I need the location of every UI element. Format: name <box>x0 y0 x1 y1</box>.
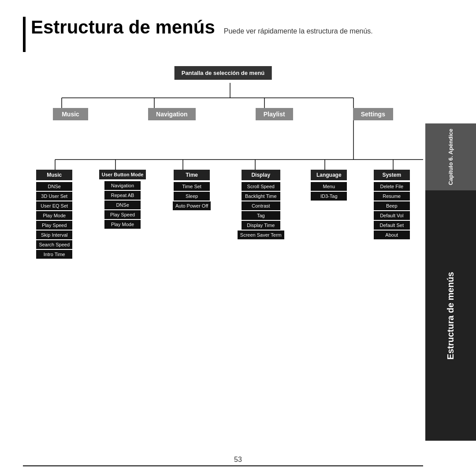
col-ubm: User Button Mode Navigation Repeat AB DN… <box>99 170 146 259</box>
level1-row: Music Navigation Playlist Settings <box>23 108 423 120</box>
col-time-header: Time <box>174 170 210 180</box>
level1-navigation-col: Navigation <box>148 108 196 120</box>
col-music-item-1: 3D User Set <box>36 192 72 201</box>
col-system-header: System <box>374 170 410 180</box>
col-music-item-6: Search Speed <box>36 240 72 249</box>
col-ubm-item-0: Navigation <box>104 181 141 190</box>
col-display-item-5: Screen Saver Term <box>238 231 284 239</box>
col-time-item-1: Sleep <box>174 192 210 201</box>
col-ubm-header: User Button Mode <box>99 170 146 179</box>
col-system-item-0: Delete File <box>374 182 410 191</box>
col-system-item-1: Resume <box>374 192 410 201</box>
col-system-item-4: Default Set <box>374 221 410 230</box>
right-sidebar: Capítulo 6. Apéndice Estructura de menús <box>425 123 476 441</box>
col-music-item-7: Intro Time <box>36 250 72 259</box>
level1-settings: Settings <box>353 108 393 120</box>
page-number: 53 <box>234 456 242 464</box>
col-language-header: Language <box>311 170 347 180</box>
col-music: Music DNSe 3D User Set User EQ Set Play … <box>36 170 72 259</box>
col-display-item-1: Backlight Time <box>242 192 280 201</box>
col-display-item-0: Scroll Speed <box>242 182 280 191</box>
col-display-item-4: Display Time <box>242 221 280 230</box>
sidebar-tab-chapter: Capítulo 6. Apéndice <box>425 123 476 190</box>
page-title: Estructura de menús <box>31 17 215 38</box>
col-system: System Delete File Resume Beep Default V… <box>374 170 410 259</box>
page-number-line <box>23 465 423 466</box>
col-display-item-3: Tag <box>242 211 280 220</box>
col-music-item-2: User EQ Set <box>36 201 72 210</box>
col-music-item-5: Skip Interval <box>36 231 72 239</box>
level1-music-col: Music <box>53 108 88 120</box>
level1-playlist-col: Playlist <box>256 108 293 120</box>
tree-diagram: Pantalla de selección de menú Music Navi… <box>23 66 423 450</box>
level1-music: Music <box>53 108 88 120</box>
col-ubm-item-1: Repeat AB <box>104 191 141 200</box>
level1-playlist: Playlist <box>256 108 293 120</box>
root-node: Pantalla de selección de menú <box>175 66 272 80</box>
col-music-item-4: Play Speed <box>36 221 72 230</box>
sidebar-tab-title: Estructura de menús <box>425 190 476 441</box>
col-ubm-item-4: Play Mode <box>104 220 141 229</box>
root-node-label: Pantalla de selección de menú <box>175 66 272 80</box>
col-ubm-item-3: Play Speed <box>104 210 141 219</box>
col-language-item-1: ID3-Tag <box>311 192 347 201</box>
col-music-item-3: Play Mode <box>36 211 72 220</box>
col-time-item-2: Auto Power Off <box>173 201 211 210</box>
col-language-item-0: Menu <box>311 182 347 191</box>
header-section: Estructura de menús Puede ver rápidament… <box>31 17 423 38</box>
col-display-item-2: Contrast <box>242 201 280 210</box>
col-display-header: Display <box>242 170 280 180</box>
col-system-item-3: Default Vol <box>374 211 410 220</box>
col-ubm-item-2: DNSe <box>104 201 141 209</box>
page-subtitle: Puede ver rápidamente la estructura de m… <box>224 27 373 35</box>
level1-navigation: Navigation <box>148 108 196 120</box>
col-music-header: Music <box>36 170 72 180</box>
col-display: Display Scroll Speed Backlight Time Cont… <box>238 170 284 259</box>
col-system-item-2: Beep <box>374 201 410 210</box>
level1-settings-col: Settings <box>353 108 393 120</box>
col-music-item-0: DNSe <box>36 182 72 191</box>
col-system-item-5: About <box>374 231 410 239</box>
col-time-item-0: Time Set <box>174 182 210 191</box>
col-language: Language Menu ID3-Tag <box>311 170 347 259</box>
col-time: Time Time Set Sleep Auto Power Off <box>173 170 211 259</box>
accent-bar <box>23 17 26 52</box>
level2-row: Music DNSe 3D User Set User EQ Set Play … <box>23 170 423 259</box>
